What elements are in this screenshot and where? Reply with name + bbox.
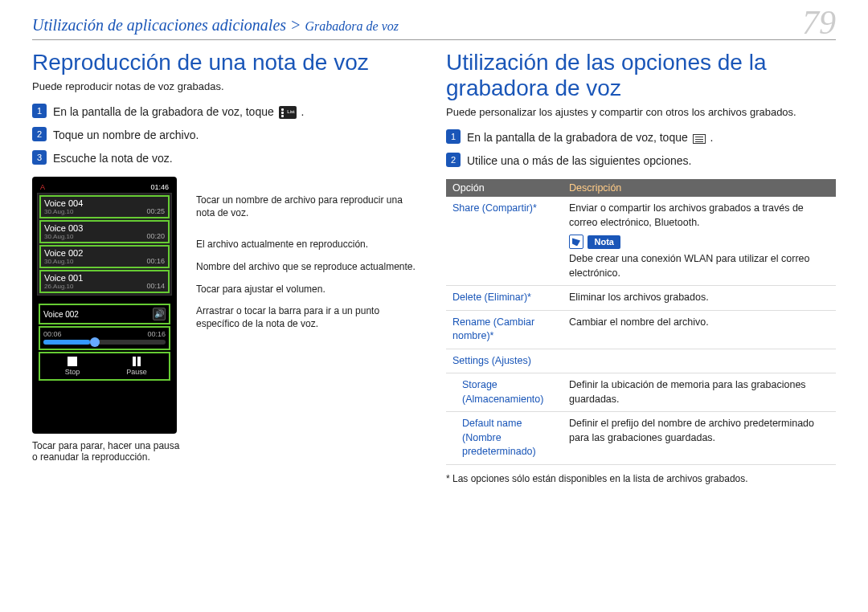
pause-icon xyxy=(133,357,141,366)
callout-3: Nombre del archivo que se reproduce actu… xyxy=(196,261,422,274)
menu-icon xyxy=(693,134,706,144)
progress-times: 00:06 00:16 xyxy=(43,330,166,338)
right-steps: 1 En la pantalla de la grabadora de voz,… xyxy=(446,129,836,169)
desc-share: Enviar o compartir los archivos grabados… xyxy=(563,197,836,286)
step-2-text: Toque un nombre de archivo. xyxy=(53,127,199,144)
callout-1: Tocar un nombre de archivo para reproduc… xyxy=(196,194,422,219)
step-number-3: 3 xyxy=(32,150,47,165)
left-steps: 1 En la pantalla de la grabadora de voz,… xyxy=(32,104,422,167)
step-number-2: 2 xyxy=(32,127,47,141)
now-playing-name: Voice 002 xyxy=(43,310,79,319)
file-name: Voice 001 xyxy=(44,273,83,283)
callout-5: Arrastrar o tocar la barra para ir a un … xyxy=(196,305,422,330)
device-screenshot: A 01:46 Voice 00430.Aug.10 00:25 Voice 0… xyxy=(32,177,177,434)
device-wrap: A 01:46 Voice 00430.Aug.10 00:25 Voice 0… xyxy=(32,177,185,463)
th-option: Opción xyxy=(446,179,563,197)
stop-label: Stop xyxy=(65,368,80,376)
pause-label: Pause xyxy=(126,368,147,376)
left-title: Reproducción de una nota de voz xyxy=(32,50,422,75)
r-step-1-suffix: . xyxy=(710,131,714,144)
opt-share: Share (Compartir)* xyxy=(446,197,563,286)
step-1-suffix: . xyxy=(301,105,305,118)
callout-4: Tocar para ajustar el volumen. xyxy=(196,284,422,296)
file-date: 30.Aug.10 xyxy=(44,258,83,265)
step-number-1: 1 xyxy=(446,129,461,144)
options-table: Opción Descripción Share (Compartir)* En… xyxy=(446,179,836,465)
status-left: A xyxy=(40,183,45,191)
progress-handle[interactable] xyxy=(90,337,100,347)
desc-rename: Cambiar el nombre del archivo. xyxy=(563,310,836,349)
th-description: Descripción xyxy=(563,179,836,197)
file-dur: 00:14 xyxy=(146,282,165,290)
controls-row: Stop Pause xyxy=(39,352,170,381)
desc-delete: Eliminar los archivos grabados. xyxy=(563,286,836,311)
breadcrumb: Utilización de aplicaciones adicionales … xyxy=(32,16,399,34)
table-row: Delete (Eliminar)* Eliminar los archivos… xyxy=(446,286,836,311)
time-elapsed: 00:06 xyxy=(43,330,62,338)
table-row: Settings (Ajustes) xyxy=(446,349,836,373)
file-row[interactable]: Voice 00330.Aug.10 00:20 xyxy=(39,220,170,243)
step-2: 2 Toque un nombre de archivo. xyxy=(32,127,422,144)
nota-badge: Nota xyxy=(588,235,620,249)
file-list: Voice 00430.Aug.10 00:25 Voice 00330.Aug… xyxy=(37,193,172,296)
opt-storage: Storage (Almacenamiento) xyxy=(446,373,563,412)
file-row[interactable]: Voice 00126.Aug.10 00:14 xyxy=(39,270,170,293)
note-icon xyxy=(569,235,583,249)
step-number-1: 1 xyxy=(32,104,47,118)
file-row[interactable]: Voice 00430.Aug.10 00:25 xyxy=(39,195,170,218)
right-lead: Puede personalizar los ajustes y compart… xyxy=(446,106,836,118)
file-name: Voice 003 xyxy=(44,223,83,233)
progress-bar[interactable] xyxy=(43,340,166,345)
r-step-1-text: En la pantalla de la grabadora de voz, t… xyxy=(467,129,713,146)
opt-default-name-text: Default name (Nombre predeterminado) xyxy=(452,417,556,459)
left-column: Reproducción de una nota de voz Puede re… xyxy=(32,50,422,484)
breadcrumb-sub: Grabadora de voz xyxy=(305,19,399,33)
right-title: Utilización de las opciones de la grabad… xyxy=(446,50,836,101)
table-header-row: Opción Descripción xyxy=(446,179,836,197)
step-3: 3 Escuche la nota de voz. xyxy=(32,150,422,167)
r-step-2: 2 Utilice una o más de las siguientes op… xyxy=(446,153,836,169)
footnote: * Las opciones sólo están disponibles en… xyxy=(446,473,836,484)
table-row: Default name (Nombre predeterminado) Def… xyxy=(446,412,836,465)
nota-row: Nota Debe crear una conexión WLAN para u… xyxy=(569,235,829,280)
r-step-1: 1 En la pantalla de la grabadora de voz,… xyxy=(446,129,836,146)
pause-button[interactable]: Pause xyxy=(104,353,169,379)
time-total: 00:16 xyxy=(147,330,166,338)
file-date: 30.Aug.10 xyxy=(44,208,83,215)
desc-default-name: Definir el prefijo del nombre de archivo… xyxy=(563,412,836,465)
page: Utilización de aplicaciones adicionales … xyxy=(0,0,868,500)
file-row[interactable]: Voice 00230.Aug.10 00:16 xyxy=(39,245,170,268)
desc-storage: Definir la ubicación de memoria para las… xyxy=(563,373,836,412)
right-column: Utilización de las opciones de la grabad… xyxy=(446,50,836,484)
volume-icon[interactable]: 🔊 xyxy=(153,308,166,320)
file-dur: 00:25 xyxy=(146,207,165,215)
table-row: Share (Compartir)* Enviar o compartir lo… xyxy=(446,197,836,286)
status-right: 01:46 xyxy=(150,183,169,191)
left-lead: Puede reproducir notas de voz grabadas. xyxy=(32,80,422,92)
file-dur: 00:16 xyxy=(146,257,165,265)
callout-2: El archivo actualmente en reproducción. xyxy=(196,239,422,251)
status-bar: A 01:46 xyxy=(37,182,172,193)
table-row: Storage (Almacenamiento) Definir la ubic… xyxy=(446,373,836,412)
file-name: Voice 004 xyxy=(44,198,83,208)
breadcrumb-main: Utilización de aplicaciones adicionales xyxy=(32,16,286,34)
opt-delete: Delete (Eliminar)* xyxy=(446,286,563,311)
progress-fill xyxy=(43,340,90,345)
stop-icon xyxy=(68,357,77,366)
now-playing-row: Voice 002 🔊 xyxy=(39,304,170,324)
opt-storage-text: Storage (Almacenamiento) xyxy=(452,378,556,406)
page-number: 79 xyxy=(802,3,836,42)
list-icon xyxy=(279,106,297,119)
opt-settings: Settings (Ajustes) xyxy=(446,349,836,373)
step-number-2: 2 xyxy=(446,153,461,167)
table-row: Rename (Cambiar nombre)* Cambiar el nomb… xyxy=(446,310,836,349)
step-1-text: En la pantalla de la grabadora de voz, t… xyxy=(53,104,304,120)
file-date: 30.Aug.10 xyxy=(44,233,83,240)
breadcrumb-sep: > xyxy=(290,16,301,34)
stop-button[interactable]: Stop xyxy=(40,353,104,379)
file-name: Voice 002 xyxy=(44,248,83,258)
file-date: 26.Aug.10 xyxy=(44,283,83,290)
r-step-1-pre: En la pantalla de la grabadora de voz, t… xyxy=(467,131,691,144)
device-area: A 01:46 Voice 00430.Aug.10 00:25 Voice 0… xyxy=(32,177,422,463)
page-header: Utilización de aplicaciones adicionales … xyxy=(32,16,836,40)
